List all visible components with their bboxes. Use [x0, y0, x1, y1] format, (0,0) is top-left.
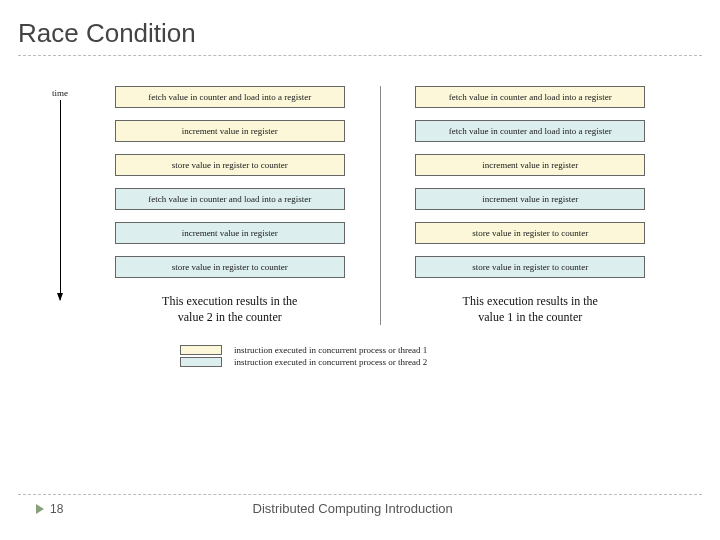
- legend-swatch-thread1: [180, 345, 222, 355]
- legend-text: instruction executed in concurrent proce…: [234, 357, 427, 367]
- step: store value in register to counter: [115, 154, 345, 176]
- step: fetch value in counter and load into a r…: [415, 86, 645, 108]
- step: increment value in register: [415, 154, 645, 176]
- legend-row: instruction executed in concurrent proce…: [180, 357, 427, 367]
- caption-line: This execution results in the: [162, 294, 297, 308]
- step: fetch value in counter and load into a r…: [415, 120, 645, 142]
- step: increment value in register: [115, 120, 345, 142]
- step: fetch value in counter and load into a r…: [115, 188, 345, 210]
- caption-line: value 2 in the counter: [178, 310, 282, 324]
- columns: fetch value in counter and load into a r…: [80, 86, 680, 325]
- step: store value in register to counter: [415, 222, 645, 244]
- footer-divider: [18, 494, 702, 495]
- legend-row: instruction executed in concurrent proce…: [180, 345, 427, 355]
- legend: instruction executed in concurrent proce…: [180, 345, 720, 367]
- time-label: time: [52, 88, 68, 98]
- step: fetch value in counter and load into a r…: [115, 86, 345, 108]
- content-area: time fetch value in counter and load int…: [0, 56, 720, 325]
- left-column: fetch value in counter and load into a r…: [80, 86, 380, 325]
- legend-swatch-thread2: [180, 357, 222, 367]
- step: increment value in register: [115, 222, 345, 244]
- caption-line: value 1 in the counter: [478, 310, 582, 324]
- right-caption: This execution results in the value 1 in…: [463, 294, 598, 325]
- footer: 18 Distributed Computing Introduction: [0, 494, 720, 516]
- caption-line: This execution results in the: [463, 294, 598, 308]
- time-arrow: [60, 100, 61, 300]
- footer-row: 18 Distributed Computing Introduction: [18, 501, 702, 516]
- legend-text: instruction executed in concurrent proce…: [234, 345, 427, 355]
- time-axis: time: [40, 86, 80, 300]
- right-column: fetch value in counter and load into a r…: [381, 86, 681, 325]
- slide-title: Race Condition: [0, 0, 720, 55]
- step: store value in register to counter: [415, 256, 645, 278]
- footer-title: Distributed Computing Introduction: [3, 501, 702, 516]
- step: increment value in register: [415, 188, 645, 210]
- step: store value in register to counter: [115, 256, 345, 278]
- left-caption: This execution results in the value 2 in…: [162, 294, 297, 325]
